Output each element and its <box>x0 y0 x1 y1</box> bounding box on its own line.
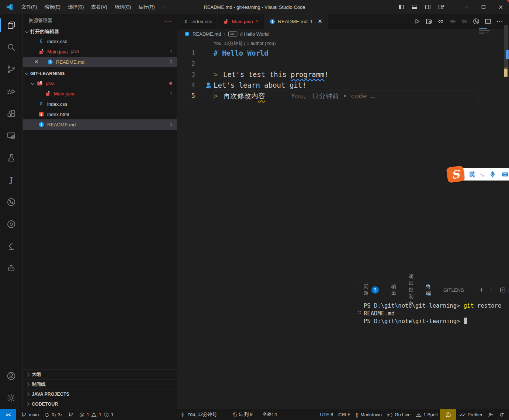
feedback-status[interactable] <box>485 409 496 420</box>
minimize-button[interactable] <box>458 0 475 14</box>
notifications-status[interactable] <box>496 409 509 420</box>
branch-status[interactable]: main <box>18 409 41 420</box>
remote-indicator[interactable]: >< <box>0 409 16 420</box>
search-icon[interactable] <box>0 36 23 58</box>
previous-change-icon[interactable] <box>435 16 446 27</box>
codelens-blame[interactable]: You, 12分钟前 | 1 author (You) <box>177 39 503 48</box>
blame-status[interactable]: You, 12分钟前 <box>177 409 219 420</box>
open-editor-main-java[interactable]: Main.java java 1 <box>23 46 177 57</box>
gitlens-icon[interactable] <box>0 191 23 213</box>
svg-text:3: 3 <box>40 101 42 106</box>
prettier-status[interactable]: ✓✓ Prettier <box>456 409 485 420</box>
explorer-icon[interactable] <box>0 14 23 36</box>
menu-edit[interactable]: 编辑(E) <box>41 0 64 14</box>
menu-selection[interactable]: 选择(S) <box>64 0 87 14</box>
menu-go[interactable]: 转到(G) <box>111 0 135 14</box>
tab-index-css[interactable]: 3 index.css <box>177 14 218 29</box>
terminal[interactable]: PS D:\git\note\git-learning> git restore… <box>355 297 509 325</box>
codetour-icon[interactable] <box>0 235 23 257</box>
section-java-projects[interactable]: JAVA PROJECTS <box>23 389 177 399</box>
eol-status[interactable]: CRLF <box>336 409 353 420</box>
breadcrumb-symbol[interactable]: # Hello World <box>240 31 269 37</box>
sync-status[interactable]: 0↓ 3↑ <box>41 409 65 420</box>
open-editor-index-css[interactable]: 3 index.css <box>23 36 177 46</box>
microphone-icon[interactable] <box>489 171 496 178</box>
ai-assistant-status[interactable] <box>440 409 456 420</box>
tree-root-git-learning[interactable]: GIT-LEARNING <box>23 69 177 78</box>
broadcast-icon <box>387 412 393 418</box>
editor-scrollbar[interactable] <box>503 25 509 294</box>
close-button[interactable] <box>492 0 509 14</box>
toggle-sidebar-icon[interactable] <box>395 2 407 12</box>
virtual-keyboard-icon[interactable] <box>501 171 509 178</box>
tab-problems[interactable]: 问题 3 <box>364 283 379 297</box>
tree-item-readme-md[interactable]: i README.md 1 <box>23 119 177 130</box>
menu-file[interactable]: 文件(F) <box>18 0 41 14</box>
commit-icon <box>180 412 186 418</box>
run-debug-icon[interactable] <box>0 80 23 102</box>
section-codetour[interactable]: CODETOUR <box>23 399 177 409</box>
terminal-instance[interactable]: pwsh <box>499 286 509 294</box>
split-editor-icon[interactable] <box>482 16 494 27</box>
account-icon[interactable] <box>0 365 23 387</box>
scrollbar-slider[interactable] <box>504 25 508 68</box>
minimap[interactable] <box>479 28 492 43</box>
problems-status[interactable]: 1 1 1 <box>76 409 116 420</box>
tab-debug-console[interactable]: 调试控制台 <box>409 283 413 297</box>
source-control-icon[interactable] <box>0 58 23 80</box>
go-live-status[interactable]: Go Live <box>384 409 413 420</box>
ime-punctuation-mode[interactable]: ·, <box>480 171 484 178</box>
close-tab-icon[interactable]: ✕ <box>318 18 322 25</box>
gitlens-status[interactable] <box>65 409 76 420</box>
tree-item-index-html[interactable]: 5 index.html <box>23 109 177 119</box>
terminal-dropdown-icon[interactable] <box>488 285 494 295</box>
breadcrumb-file[interactable]: README.md <box>193 31 221 37</box>
sogou-logo[interactable]: S <box>446 165 465 183</box>
section-timeline[interactable]: 时间线 <box>23 379 177 389</box>
cursor-position-status[interactable]: 行 5, 列 9 <box>231 409 255 420</box>
tab-output[interactable]: 输出 <box>391 283 396 297</box>
ime-language-mode[interactable]: 英 <box>469 170 475 179</box>
section-outline[interactable]: 大纲 <box>23 369 177 379</box>
menu-more[interactable]: ⋯ <box>158 0 170 14</box>
command-decoration-icon[interactable] <box>358 311 361 314</box>
toggle-secondary-sidebar-icon[interactable] <box>422 2 434 12</box>
explorer-more-actions[interactable]: ··· <box>165 18 172 24</box>
markdown-preview-icon[interactable] <box>423 16 434 27</box>
encoding-status[interactable]: UTF-8 <box>318 409 336 420</box>
customize-layout-icon[interactable] <box>435 2 447 12</box>
remote-explorer-icon[interactable] <box>0 125 23 147</box>
tree-item-main-java[interactable]: Main.java 1 <box>23 88 177 99</box>
change-icon[interactable] <box>447 16 458 27</box>
open-editor-readme-md[interactable]: ✕ i README.md 1 <box>23 57 177 67</box>
tab-readme-md[interactable]: i README.md 1 ✕ <box>264 14 328 29</box>
extensions-icon[interactable] <box>0 102 23 125</box>
feedback-person-icon <box>488 412 494 418</box>
testing-icon[interactable] <box>0 147 23 169</box>
spell-checker-status[interactable]: 1 Spell <box>413 409 440 420</box>
next-change-icon[interactable] <box>459 16 470 27</box>
tab-main-java[interactable]: Main.java 1 <box>218 14 264 29</box>
java-file-icon <box>38 48 45 55</box>
language-status[interactable]: {} Markdown <box>353 409 384 420</box>
menu-run[interactable]: 运行(R) <box>135 0 158 14</box>
tree-item-java-folder[interactable]: java <box>23 78 177 88</box>
indentation-status[interactable]: 空格: 4 <box>260 409 280 420</box>
code-line-5: 5 >再次修改内容You, 12分钟前 • code … <box>177 91 503 101</box>
new-terminal-icon[interactable] <box>477 285 486 295</box>
close-editor-icon[interactable]: ✕ <box>34 59 39 65</box>
toggle-panel-icon[interactable] <box>409 2 420 12</box>
chevron-right-icon <box>26 392 30 396</box>
robot-icon[interactable] <box>0 257 23 279</box>
open-editors-header[interactable]: 打开的编辑器 <box>23 27 177 36</box>
tab-gitlens[interactable]: GITLENS <box>443 283 464 297</box>
record-icon[interactable] <box>0 213 23 235</box>
maximize-button[interactable] <box>475 0 492 14</box>
settings-gear-icon[interactable] <box>0 387 23 409</box>
java-icon[interactable]: J <box>0 169 23 191</box>
run-file-icon[interactable] <box>412 16 423 27</box>
file-history-icon[interactable] <box>471 16 482 27</box>
tree-item-index-css[interactable]: 3 index.css <box>23 99 177 109</box>
tab-terminal[interactable]: 终端 <box>426 283 431 297</box>
menu-view[interactable]: 查看(V) <box>87 0 111 14</box>
